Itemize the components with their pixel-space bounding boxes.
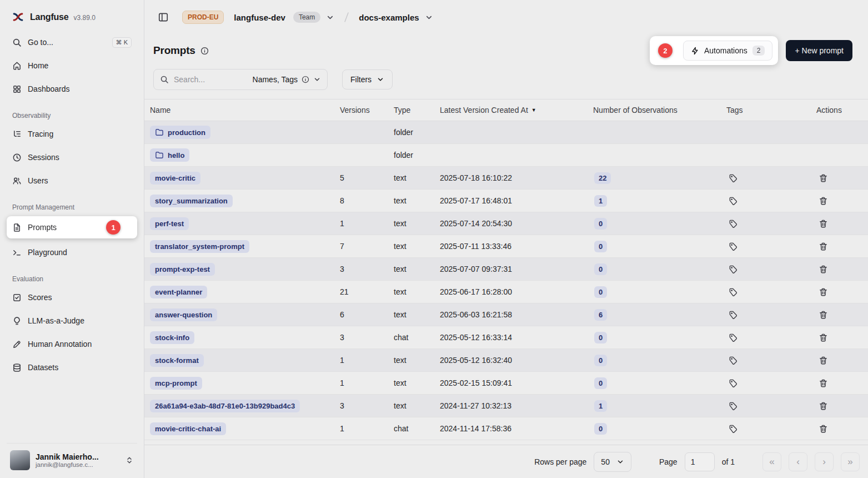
prompt-name-badge[interactable]: event-planner [150, 286, 207, 298]
tag-button[interactable] [726, 285, 740, 299]
trash-icon [819, 242, 828, 251]
automations-button[interactable]: Automations 2 [683, 41, 773, 61]
tag-button[interactable] [726, 171, 740, 185]
tag-button[interactable] [726, 331, 740, 345]
goto-search[interactable]: Go to... ⌘ K [7, 33, 137, 52]
prompt-name-badge[interactable]: stock-format [150, 354, 204, 367]
tags-cell [726, 331, 816, 345]
delete-button[interactable] [816, 422, 830, 436]
prompt-name-badge[interactable]: production [150, 126, 210, 139]
delete-button[interactable] [816, 353, 830, 367]
table-row[interactable]: translator_system-prompt 7 text 2025-07-… [144, 235, 868, 258]
table-row[interactable]: stock-format 1 text 2025-05-12 16:32:40 … [144, 349, 868, 372]
prompt-name-badge[interactable]: stock-info [150, 331, 194, 344]
delete-button[interactable] [816, 171, 830, 185]
main-content: PROD-EU langfuse-dev Team docs-examples … [144, 0, 868, 478]
prompt-name-badge[interactable]: answer-question [150, 308, 217, 321]
sidebar-item-sessions[interactable]: Sessions [7, 148, 137, 167]
column-header-versions[interactable]: Versions [340, 106, 394, 114]
delete-button[interactable] [816, 240, 830, 253]
prompt-name-badge[interactable]: translator_system-prompt [150, 240, 249, 253]
project-name[interactable]: docs-examples [359, 13, 419, 22]
table-row[interactable]: prompt-exp-test 3 text 2025-07-07 09:37:… [144, 258, 868, 281]
org-name[interactable]: langfuse-dev [234, 13, 285, 22]
table-body: production folder hello folder [144, 121, 868, 440]
sidebar-item-scores[interactable]: Scores [7, 288, 137, 307]
tag-icon [729, 242, 738, 251]
next-page-button[interactable]: › [815, 452, 834, 471]
table-row[interactable]: 26a61a94-e3ab-48d7-81e0-13b929bad4c3 3 t… [144, 395, 868, 417]
new-prompt-button[interactable]: + New prompt [786, 40, 852, 61]
prompt-name-badge[interactable]: perf-test [150, 217, 189, 230]
sidebar-item-llm-as-a-judge[interactable]: LLM-as-a-Judge [7, 311, 137, 330]
delete-button[interactable] [816, 262, 830, 276]
column-header-name[interactable]: Name [150, 106, 340, 114]
table-row[interactable]: movie-critic-chat-ai 1 chat 2024-11-14 1… [144, 417, 868, 440]
table-row[interactable]: perf-test 1 text 2025-07-14 20:54:30 0 [144, 212, 868, 235]
tag-button[interactable] [726, 262, 740, 276]
delete-button[interactable] [816, 376, 830, 390]
tag-button[interactable] [726, 422, 740, 436]
table-row[interactable]: event-planner 21 text 2025-06-17 16:28:0… [144, 281, 868, 303]
column-header-observations[interactable]: Number of Observations [593, 106, 726, 114]
table-row[interactable]: story_summarization 8 text 2025-07-17 16… [144, 190, 868, 212]
delete-button[interactable] [816, 399, 830, 413]
table-row[interactable]: movie-critic 5 text 2025-07-18 16:10:22 … [144, 167, 868, 190]
tag-button[interactable] [726, 376, 740, 390]
prompt-name-badge[interactable]: story_summarization [150, 195, 233, 207]
sidebar-item-dashboards[interactable]: Dashboards [7, 79, 137, 98]
tag-button[interactable] [726, 194, 740, 208]
project-switcher-chevron-icon[interactable] [425, 13, 433, 22]
prev-page-button[interactable]: ‹ [789, 452, 807, 471]
tag-button[interactable] [726, 353, 740, 367]
sidebar-item-home[interactable]: Home [7, 56, 137, 75]
org-switcher-chevron-icon[interactable] [326, 13, 334, 22]
last-page-button[interactable]: » [841, 452, 860, 471]
table-row[interactable]: mcp-prompt 1 text 2025-02-15 15:09:41 0 [144, 372, 868, 395]
table-row[interactable]: answer-question 6 text 2025-06-03 16:21:… [144, 303, 868, 326]
tag-icon [729, 287, 738, 297]
sidebar-item-label: Dashboards [28, 84, 70, 93]
automations-label: Automations [704, 46, 747, 55]
prompt-name-badge[interactable]: movie-critic-chat-ai [150, 422, 226, 435]
prompt-name-badge[interactable]: mcp-prompt [150, 377, 202, 390]
sidebar-item-tracing[interactable]: Tracing [7, 125, 137, 143]
prompt-name-badge[interactable]: movie-critic [150, 172, 200, 185]
table-row[interactable]: hello folder [144, 144, 868, 167]
delete-button[interactable] [816, 194, 830, 208]
info-icon[interactable] [200, 47, 209, 55]
table-row[interactable]: stock-info 3 chat 2025-05-12 16:33:14 0 [144, 326, 868, 349]
type-cell: chat [394, 424, 440, 433]
tag-button[interactable] [726, 217, 740, 231]
rows-per-page-select[interactable]: 50 [594, 452, 631, 472]
tag-icon [729, 173, 738, 183]
user-menu[interactable]: Jannik Maierho... jannik@langfuse.c... [7, 443, 137, 478]
first-page-button[interactable]: « [762, 452, 781, 471]
prompt-name-badge[interactable]: 26a61a94-e3ab-48d7-81e0-13b929bad4c3 [150, 400, 300, 412]
search-input[interactable]: Search... Names, Tags [153, 69, 328, 90]
sidebar-item-human-annotation[interactable]: Human Annotation [7, 335, 137, 353]
panel-left-icon [158, 12, 169, 23]
delete-button[interactable] [816, 331, 830, 345]
environment-badge[interactable]: PROD-EU [182, 11, 224, 24]
prompt-name-badge[interactable]: prompt-exp-test [150, 263, 215, 276]
tag-button[interactable] [726, 240, 740, 253]
table-row[interactable]: production folder [144, 121, 868, 144]
sidebar-item-prompts[interactable]: Prompts 1 [7, 216, 137, 238]
delete-button[interactable] [816, 217, 830, 231]
column-header-created-at[interactable]: Latest Version Created At ▼ [440, 106, 593, 114]
page-number-input[interactable]: 1 [685, 452, 715, 471]
column-header-type[interactable]: Type [394, 106, 440, 114]
sidebar-item-users[interactable]: Users [7, 171, 137, 190]
filters-button[interactable]: Filters [342, 69, 393, 89]
tag-button[interactable] [726, 308, 740, 322]
prompt-name-badge[interactable]: hello [150, 148, 189, 162]
sidebar-item-datasets[interactable]: Datasets [7, 358, 137, 377]
delete-button[interactable] [816, 308, 830, 322]
delete-button[interactable] [816, 285, 830, 299]
tag-button[interactable] [726, 399, 740, 413]
column-header-tags[interactable]: Tags [726, 106, 816, 114]
sidebar-item-playground[interactable]: Playground [7, 243, 137, 262]
sidebar-toggle-button[interactable] [155, 9, 171, 25]
search-scope-select[interactable]: Names, Tags [253, 75, 321, 84]
